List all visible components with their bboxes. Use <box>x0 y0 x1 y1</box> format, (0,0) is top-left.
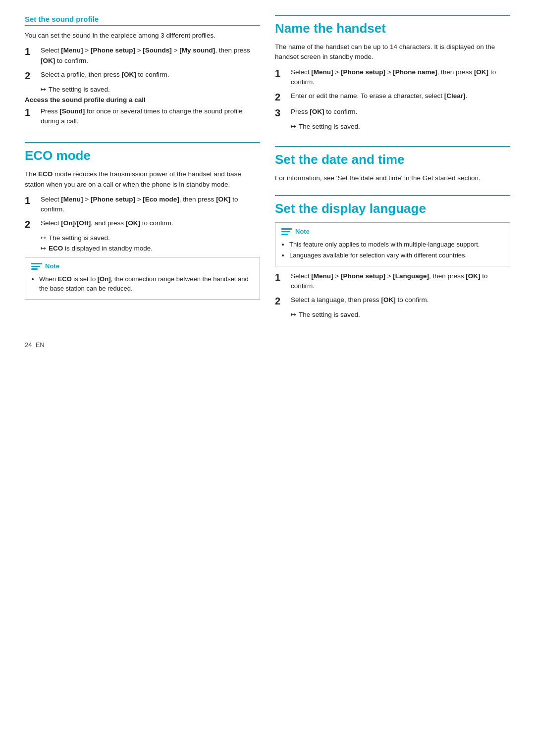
note-icon <box>31 262 42 271</box>
name-step-1-text: Select [Menu] > [Phone setup] > [Phone n… <box>291 67 510 88</box>
page-lang: EN <box>36 341 45 349</box>
page-layout: Set the sound profile You can set the so… <box>25 15 510 321</box>
lang-note-list: This feature only applies to models with… <box>281 240 504 260</box>
sound-sub-step-1: 1 Press [Sound] for once or several time… <box>25 106 260 127</box>
display-language-title: Set the display language <box>275 195 510 216</box>
sound-profile-title: Set the sound profile <box>25 15 260 26</box>
eco-step-2-text: Select [On]/[Off], and press [OK] to con… <box>41 218 173 228</box>
sound-sub-step-1-text: Press [Sound] for once or several times … <box>41 106 260 127</box>
step-num-2: 2 <box>25 70 39 82</box>
lang-step-2: 2 Select a language, then press [OK] to … <box>275 295 510 307</box>
lang-note-header: Note <box>281 227 504 237</box>
name-handset-intro: The name of the handset can be up to 14 … <box>275 42 510 62</box>
sound-step-2-result-text: The setting is saved. <box>49 86 110 93</box>
name-step-2: 2 Enter or edit the name. To erase a cha… <box>275 91 510 103</box>
lang-note-box: Note This feature only applies to models… <box>275 222 510 266</box>
eco-note-list: When ECO is set to [On], the connection … <box>31 274 254 294</box>
eco-note-box: Note When ECO is set to [On], the connec… <box>25 257 260 300</box>
lang-note-item-2: Languages available for selection vary w… <box>289 251 504 260</box>
arrow-icon: ↦ <box>41 86 46 93</box>
lang-step-1-text: Select [Menu] > [Phone setup] > [Languag… <box>291 271 510 292</box>
sound-profile-section: Set the sound profile You can set the so… <box>25 15 260 126</box>
lang-note-item-1: This feature only applies to models with… <box>289 240 504 250</box>
name-step-3-result-text: The setting is saved. <box>299 123 360 130</box>
display-language-section: Set the display language Note This featu… <box>275 195 510 318</box>
eco-result-2-text: ECO is displayed in standby mode. <box>49 245 153 252</box>
sound-profile-intro: You can set the sound in the earpiece am… <box>25 31 260 41</box>
date-time-title: Set the date and time <box>275 146 510 167</box>
lang-note-icon <box>281 227 292 236</box>
sound-step-2: 2 Select a profile, then press [OK] to c… <box>25 70 260 82</box>
left-column: Set the sound profile You can set the so… <box>25 15 260 321</box>
page-footer: 24 EN <box>25 341 510 349</box>
eco-step-1: 1 Select [Menu] > [Phone setup] > [Eco m… <box>25 195 260 215</box>
name-step-3-result: ↦ The setting is saved. <box>291 123 510 130</box>
name-step-num-3: 3 <box>275 107 289 119</box>
name-step-3-text: Press [OK] to confirm. <box>291 107 357 117</box>
lang-step-2-text: Select a language, then press [OK] to co… <box>291 295 428 305</box>
right-column: Name the handset The name of the handset… <box>275 15 510 321</box>
arrow-icon-eco1: ↦ <box>41 234 46 242</box>
arrow-icon-lang2: ↦ <box>291 311 296 318</box>
eco-note-header: Note <box>31 261 254 271</box>
lang-step-2-result-text: The setting is saved. <box>299 311 360 318</box>
lang-step-num-2: 2 <box>275 295 289 307</box>
lang-note-label: Note <box>295 227 310 237</box>
name-step-num-1: 1 <box>275 67 289 79</box>
sound-step-2-result: ↦ The setting is saved. <box>41 86 260 93</box>
lang-step-num-1: 1 <box>275 271 289 283</box>
arrow-icon-name3: ↦ <box>291 123 296 130</box>
eco-step-1-text: Select [Menu] > [Phone setup] > [Eco mod… <box>41 195 260 215</box>
date-time-section: Set the date and time For information, s… <box>275 146 510 183</box>
name-step-1: 1 Select [Menu] > [Phone setup] > [Phone… <box>275 67 510 88</box>
eco-step-2-result-1: ↦ The setting is saved. <box>41 234 260 242</box>
lang-step-2-result: ↦ The setting is saved. <box>291 311 510 318</box>
eco-step-2: 2 Select [On]/[Off], and press [OK] to c… <box>25 218 260 230</box>
eco-result-1-text: The setting is saved. <box>49 234 110 242</box>
eco-note-item-1: When ECO is set to [On], the connection … <box>39 274 254 294</box>
eco-intro: The ECO mode reduces the transmission po… <box>25 169 260 190</box>
sound-step-1-text: Select [Menu] > [Phone setup] > [Sounds]… <box>41 46 260 66</box>
date-time-intro: For information, see 'Set the date and t… <box>275 173 510 183</box>
eco-step-num-2: 2 <box>25 218 39 230</box>
eco-note-label: Note <box>45 261 59 271</box>
name-step-3: 3 Press [OK] to confirm. <box>275 107 510 119</box>
eco-step-2-result-2: ↦ ECO is displayed in standby mode. <box>41 245 260 252</box>
lang-step-1: 1 Select [Menu] > [Phone setup] > [Langu… <box>275 271 510 292</box>
step-num-1: 1 <box>25 46 39 57</box>
eco-section: ECO mode The ECO mode reduces the transm… <box>25 142 260 300</box>
page-number: 24 <box>25 341 32 349</box>
name-step-num-2: 2 <box>275 91 289 103</box>
sound-sub-step-num-1: 1 <box>25 106 39 118</box>
name-step-2-text: Enter or edit the name. To erase a chara… <box>291 91 467 101</box>
arrow-icon-eco2: ↦ <box>41 245 46 252</box>
name-handset-title: Name the handset <box>275 15 510 36</box>
sound-sub-heading: Access the sound profile during a call <box>25 96 260 103</box>
eco-step-num-1: 1 <box>25 195 39 206</box>
sound-step-1: 1 Select [Menu] > [Phone setup] > [Sound… <box>25 46 260 66</box>
name-handset-section: Name the handset The name of the handset… <box>275 15 510 130</box>
sound-step-2-text: Select a profile, then press [OK] to con… <box>41 70 169 80</box>
eco-title: ECO mode <box>25 142 260 163</box>
